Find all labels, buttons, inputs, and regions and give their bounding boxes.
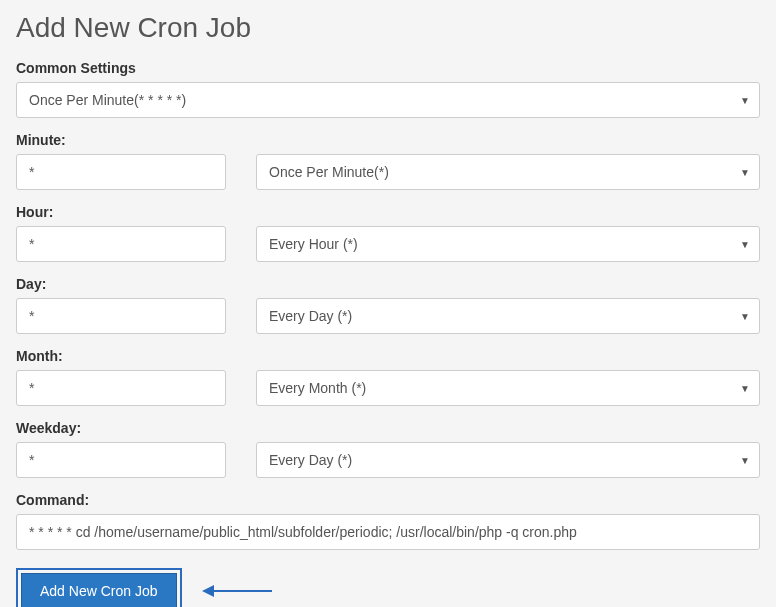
day-select-wrap: Every Day (*) xyxy=(256,298,760,334)
weekday-select-wrap: Every Day (*) xyxy=(256,442,760,478)
submit-area: Add New Cron Job xyxy=(16,568,760,607)
hour-input[interactable] xyxy=(16,226,226,262)
month-select[interactable]: Every Month (*) xyxy=(256,370,760,406)
month-group: Month: Every Month (*) xyxy=(16,348,760,406)
hour-select-wrap: Every Hour (*) xyxy=(256,226,760,262)
submit-highlight: Add New Cron Job xyxy=(16,568,182,607)
command-label: Command: xyxy=(16,492,760,508)
day-select[interactable]: Every Day (*) xyxy=(256,298,760,334)
weekday-group: Weekday: Every Day (*) xyxy=(16,420,760,478)
day-label: Day: xyxy=(16,276,760,292)
month-label: Month: xyxy=(16,348,760,364)
arrow-left-icon xyxy=(202,583,272,599)
command-input[interactable] xyxy=(16,514,760,550)
hour-select[interactable]: Every Hour (*) xyxy=(256,226,760,262)
minute-label: Minute: xyxy=(16,132,760,148)
day-group: Day: Every Day (*) xyxy=(16,276,760,334)
weekday-label: Weekday: xyxy=(16,420,760,436)
common-settings-label: Common Settings xyxy=(16,60,760,76)
month-select-wrap: Every Month (*) xyxy=(256,370,760,406)
weekday-input[interactable] xyxy=(16,442,226,478)
svg-marker-1 xyxy=(202,585,214,597)
page-title: Add New Cron Job xyxy=(16,12,760,44)
minute-input[interactable] xyxy=(16,154,226,190)
common-settings-select-wrap: Once Per Minute(* * * * *) xyxy=(16,82,760,118)
day-input[interactable] xyxy=(16,298,226,334)
common-settings-group: Common Settings Once Per Minute(* * * * … xyxy=(16,60,760,118)
minute-select-wrap: Once Per Minute(*) xyxy=(256,154,760,190)
add-cron-job-button[interactable]: Add New Cron Job xyxy=(21,573,177,607)
month-input[interactable] xyxy=(16,370,226,406)
hour-group: Hour: Every Hour (*) xyxy=(16,204,760,262)
hour-label: Hour: xyxy=(16,204,760,220)
command-group: Command: xyxy=(16,492,760,550)
minute-group: Minute: Once Per Minute(*) xyxy=(16,132,760,190)
minute-select[interactable]: Once Per Minute(*) xyxy=(256,154,760,190)
common-settings-select[interactable]: Once Per Minute(* * * * *) xyxy=(16,82,760,118)
weekday-select[interactable]: Every Day (*) xyxy=(256,442,760,478)
